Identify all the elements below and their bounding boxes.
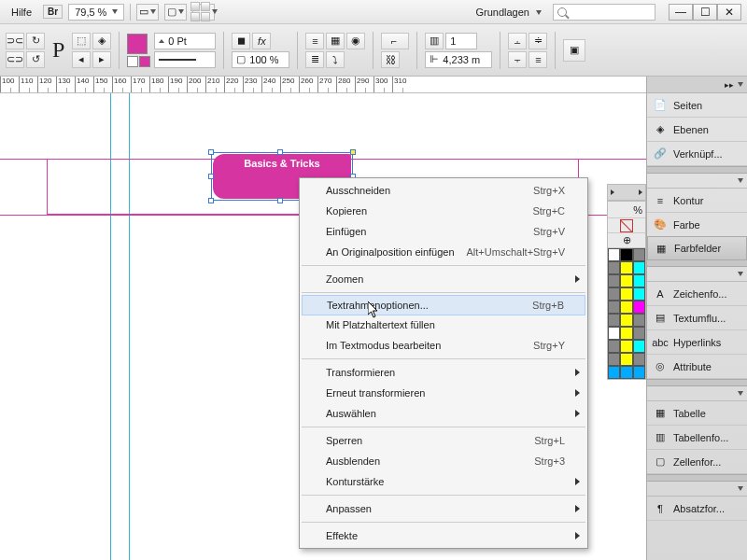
link-icon: abc: [653, 335, 668, 350]
flip-h-icon[interactable]: ⊃⊂: [6, 33, 24, 49]
view-options-button[interactable]: ▭: [136, 4, 159, 21]
dock-textwrap[interactable]: ▤Textumflu...: [647, 306, 747, 330]
chevron-down-icon: [112, 9, 118, 14]
maximize-button[interactable]: ☐: [693, 4, 717, 21]
apply-stroke-icon[interactable]: [139, 56, 150, 67]
bridge-button[interactable]: Br: [43, 5, 63, 19]
control-panel: ⊃⊂↻ ⊂⊃↺ P ⬚◈ ◂▸ 0 Pt ◼fx ▢100 % ≡▦◉ ≣⤵ ⌐…: [0, 24, 747, 77]
ctx-konturst-rke[interactable]: Konturstärke: [300, 471, 587, 492]
dock-tablestyles[interactable]: ▥Tabellenfo...: [647, 426, 747, 450]
palette-icon: 🎨: [653, 217, 668, 232]
window-controls: — ☐ ✕: [669, 4, 741, 21]
dock-swatches[interactable]: ▦Farbfelder: [647, 236, 747, 260]
dock-hyperlinks[interactable]: abcHyperlinks: [647, 330, 747, 355]
dock-color[interactable]: 🎨Farbe: [647, 213, 747, 237]
stroke-icon: ≡: [653, 193, 668, 208]
stroke-style-field[interactable]: [154, 51, 216, 68]
ctx-sperren[interactable]: SperrenStrg+L: [300, 430, 587, 451]
textwrap-bbox-icon[interactable]: ▦: [326, 33, 345, 49]
flip-v-icon[interactable]: ⊂⊃: [6, 51, 24, 68]
screen-mode-button[interactable]: ▢: [164, 4, 187, 21]
select-next-icon[interactable]: ▸: [92, 51, 111, 68]
select-container-icon[interactable]: ⬚: [72, 33, 91, 49]
ruler-horizontal[interactable]: 1001101201301401501601701801902002102202…: [0, 77, 646, 93]
ctx-einf-gen[interactable]: EinfügenStrg+V: [300, 221, 587, 242]
dock-stroke[interactable]: ≡Kontur: [647, 189, 747, 213]
layers-icon: ◈: [653, 122, 668, 137]
fx-icon[interactable]: fx: [252, 33, 271, 49]
zoom-combo[interactable]: 79,5 %: [68, 4, 124, 21]
corner-options-icon[interactable]: ⌐: [381, 33, 409, 49]
ctx-erneut-transformieren[interactable]: Erneut transformieren: [300, 383, 587, 403]
dock-links[interactable]: 🔗Verknüpf...: [647, 142, 747, 166]
dock-table[interactable]: ▦Tabelle: [647, 401, 747, 426]
dropshadow-icon[interactable]: ◼: [232, 33, 250, 49]
ctx-ausw-hlen[interactable]: Auswählen: [300, 403, 587, 424]
ctx-textrahmenoptionen-[interactable]: Textrahmenoptionen...Strg+B: [302, 295, 585, 315]
select-prev-icon[interactable]: ◂: [72, 51, 91, 68]
ctx-ausblenden[interactable]: AusblendenStrg+3: [300, 451, 587, 471]
frame-fit-icon[interactable]: ▣: [563, 39, 585, 62]
opacity-field[interactable]: ▢100 %: [232, 51, 289, 68]
cursor-icon: [368, 301, 379, 318]
paragraph-icon[interactable]: P: [49, 37, 68, 63]
stroke-weight-field[interactable]: 0 Pt: [154, 33, 216, 49]
search-icon: [557, 7, 567, 17]
ctx-mit-platzhaltertext-f-llen[interactable]: Mit Platzhaltertext füllen: [300, 315, 587, 335]
ctx-effekte[interactable]: Effekte: [300, 525, 587, 546]
textwrap-none-icon[interactable]: ≡: [305, 33, 324, 49]
links-icon: 🔗: [653, 147, 668, 161]
para-icon: ¶: [653, 501, 668, 516]
swatch-panel-head[interactable]: [607, 184, 646, 201]
ctx-zoomen[interactable]: Zoomen: [300, 269, 587, 289]
table-icon: ▦: [653, 406, 668, 421]
textwrap-jump-icon[interactable]: ≣: [305, 51, 324, 68]
pages-icon: 📄: [653, 98, 668, 113]
fill-swatch[interactable]: [127, 34, 148, 54]
char-icon: A: [653, 287, 668, 301]
tablestyle-icon: ▥: [653, 430, 668, 445]
wrap-icon: ▤: [653, 311, 668, 326]
attr-icon: ◎: [653, 359, 668, 374]
vjust-justify-icon[interactable]: ≡: [529, 51, 547, 68]
minimize-button[interactable]: —: [669, 4, 693, 21]
select-content-icon[interactable]: ◈: [92, 33, 111, 49]
textwrap-shape-icon[interactable]: ◉: [346, 33, 365, 49]
close-button[interactable]: ✕: [717, 4, 741, 21]
apply-fill-icon[interactable]: [127, 56, 138, 67]
dock-parastyles[interactable]: ¶Absatzfor...: [647, 497, 747, 521]
workspace-switcher[interactable]: Grundlagen: [470, 4, 547, 21]
rotate-ccw-icon[interactable]: ↺: [26, 51, 45, 68]
search-field[interactable]: [553, 4, 655, 21]
dock-pages[interactable]: 📄Seiten: [647, 93, 747, 118]
arrange-button[interactable]: [192, 4, 215, 21]
zoom-value: 79,5 %: [75, 7, 106, 18]
textwrap-jumpnext-icon[interactable]: ⤵: [326, 51, 345, 68]
columns-field[interactable]: 1: [445, 33, 477, 49]
cellstyle-icon: ▢: [653, 455, 668, 469]
swatch-panel-strip[interactable]: % ⊕: [607, 201, 646, 380]
ctx-im-textmodus-bearbeiten[interactable]: Im Textmodus bearbeitenStrg+Y: [300, 335, 587, 356]
menu-bar: Hilfe Br 79,5 % ▭ ▢ Grundlagen — ☐ ✕: [0, 0, 747, 24]
gutter-field[interactable]: ⊩4,233 m: [425, 51, 492, 68]
vjust-center-icon[interactable]: ≑: [529, 33, 547, 49]
ctx-an-originalposition-einf-gen[interactable]: An Originalposition einfügenAlt+Umschalt…: [300, 242, 587, 262]
chain-icon[interactable]: ⛓: [381, 51, 400, 68]
dock-attributes[interactable]: ◎Attribute: [647, 355, 747, 379]
ctx-anpassen[interactable]: Anpassen: [300, 498, 587, 519]
context-menu: AusschneidenStrg+XKopierenStrg+CEinfügen…: [299, 177, 588, 549]
ctx-kopieren[interactable]: KopierenStrg+C: [300, 201, 587, 221]
ctx-transformieren[interactable]: Transformieren: [300, 362, 587, 383]
ctx-ausschneiden[interactable]: AusschneidenStrg+X: [300, 180, 587, 201]
menu-help[interactable]: Hilfe: [6, 4, 37, 21]
vjust-top-icon[interactable]: ⫠: [508, 33, 527, 49]
columns-icon[interactable]: ▥: [425, 33, 444, 49]
panel-dock: ▸▸ 📄Seiten◈Ebenen🔗Verknüpf...≡Kontur🎨Far…: [646, 77, 747, 560]
dock-layers[interactable]: ◈Ebenen: [647, 118, 747, 142]
dock-charstyles[interactable]: AZeichenfo...: [647, 282, 747, 306]
rotate-cw-icon[interactable]: ↻: [26, 33, 45, 49]
dock-cellstyles[interactable]: ▢Zellenfor...: [647, 450, 747, 474]
swatches-icon: ▦: [654, 241, 669, 256]
vjust-bottom-icon[interactable]: ⫟: [508, 51, 527, 68]
